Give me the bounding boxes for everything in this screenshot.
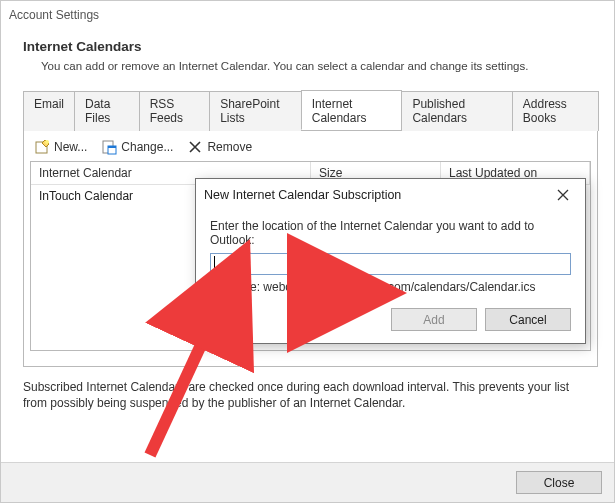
dialog-close-button[interactable] xyxy=(549,185,577,205)
dialog-prompt: Enter the location of the Internet Calen… xyxy=(210,219,571,247)
new-subscription-dialog: New Internet Calendar Subscription Enter… xyxy=(195,178,586,344)
page-subheading: You can add or remove an Internet Calend… xyxy=(41,60,598,72)
change-button[interactable]: Change... xyxy=(101,139,173,155)
text-caret xyxy=(214,256,215,270)
dialog-example: Example: webcal://www.example.com/calend… xyxy=(210,280,571,294)
remove-button[interactable]: Remove xyxy=(187,139,252,155)
new-label: New... xyxy=(54,140,87,154)
remove-icon xyxy=(187,139,203,155)
change-label: Change... xyxy=(121,140,173,154)
remove-label: Remove xyxy=(207,140,252,154)
close-icon xyxy=(557,189,569,201)
tab-internet-calendars[interactable]: Internet Calendars xyxy=(301,90,403,130)
tab-published-calendars[interactable]: Published Calendars xyxy=(401,91,512,131)
footer-note: Subscribed Internet Calendars are checke… xyxy=(23,379,583,411)
dialog-titlebar: New Internet Calendar Subscription xyxy=(196,179,585,211)
cancel-button[interactable]: Cancel xyxy=(485,308,571,331)
new-button[interactable]: New... xyxy=(34,139,87,155)
change-icon xyxy=(101,139,117,155)
toolbar: New... Change... Remove xyxy=(30,137,591,161)
calendar-url-input[interactable] xyxy=(210,253,571,275)
add-button[interactable]: Add xyxy=(391,308,477,331)
tabs: Email Data Files RSS Feeds SharePoint Li… xyxy=(23,90,598,131)
tab-data-files[interactable]: Data Files xyxy=(74,91,140,131)
svg-rect-4 xyxy=(108,146,116,148)
new-icon xyxy=(34,139,50,155)
page-heading: Internet Calendars xyxy=(23,39,598,54)
window-title: Account Settings xyxy=(9,8,99,22)
footer: Close xyxy=(1,462,614,502)
dialog-title: New Internet Calendar Subscription xyxy=(204,188,401,202)
tab-sharepoint-lists[interactable]: SharePoint Lists xyxy=(209,91,302,131)
dialog-body: Enter the location of the Internet Calen… xyxy=(196,211,585,343)
close-button[interactable]: Close xyxy=(516,471,602,494)
tab-address-books[interactable]: Address Books xyxy=(512,91,599,131)
tab-email[interactable]: Email xyxy=(23,91,75,131)
titlebar: Account Settings xyxy=(1,1,614,29)
dialog-buttons: Add Cancel xyxy=(210,308,571,331)
tab-rss-feeds[interactable]: RSS Feeds xyxy=(139,91,211,131)
svg-point-1 xyxy=(45,140,49,144)
